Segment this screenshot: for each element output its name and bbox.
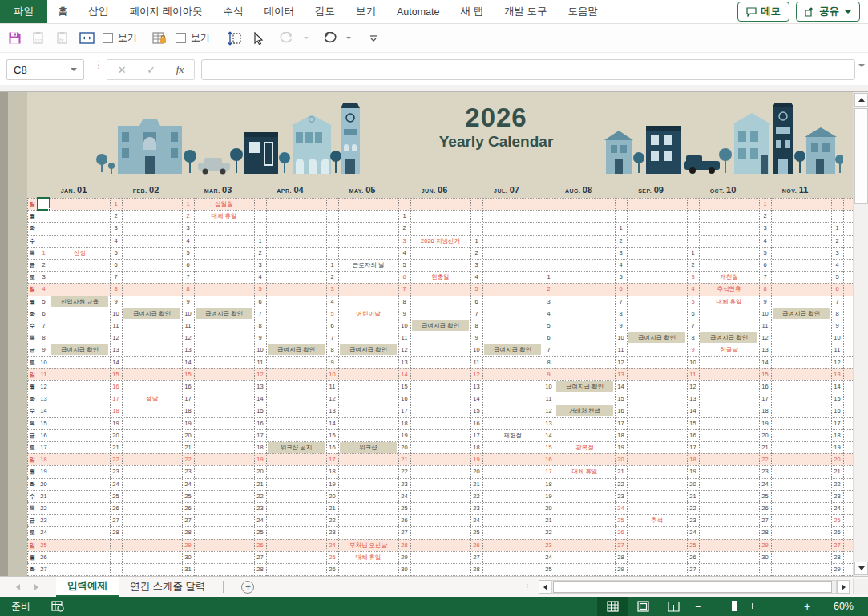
day-cell[interactable]: 5	[687, 296, 699, 308]
view-checkbox-1[interactable]	[103, 33, 113, 43]
day-cell[interactable]: 16	[615, 405, 627, 417]
dow-label[interactable]: 목	[27, 247, 38, 259]
day-cell[interactable]: 13	[398, 356, 410, 368]
formula-bar-expand-chevron[interactable]	[858, 64, 865, 67]
day-cell[interactable]: 21	[615, 465, 627, 477]
day-cell[interactable]: 26	[831, 526, 843, 538]
day-cell[interactable]: 1	[38, 247, 50, 259]
day-cell[interactable]: 24	[110, 478, 122, 490]
day-cell[interactable]: 6	[110, 259, 122, 271]
event-cell[interactable]: 2026 지방선거	[412, 236, 469, 246]
day-cell[interactable]: 12	[687, 380, 699, 393]
day-cell[interactable]: 25	[182, 490, 194, 502]
day-cell[interactable]: 7	[615, 296, 627, 308]
day-cell[interactable]: 22	[38, 502, 50, 514]
day-cell[interactable]: 23	[831, 490, 843, 502]
day-cell[interactable]: 23	[254, 502, 266, 514]
day-cell[interactable]: 3	[182, 222, 194, 234]
day-cell[interactable]: 12	[182, 332, 194, 344]
day-cell[interactable]: 7	[759, 271, 771, 283]
day-cell[interactable]: 5	[543, 320, 555, 332]
day-cell[interactable]: 1	[759, 198, 771, 210]
day-cell[interactable]: 13	[470, 380, 482, 393]
day-cell[interactable]: 23	[326, 526, 338, 538]
day-cell[interactable]: 22	[543, 526, 555, 538]
event-cell[interactable]: 현충일	[412, 272, 469, 282]
zoom-out-button[interactable]: −	[688, 600, 708, 613]
day-cell[interactable]: 13	[615, 368, 627, 380]
day-cell[interactable]: 17	[543, 465, 555, 477]
day-cell[interactable]: 26	[759, 502, 771, 514]
memo-button[interactable]: 메모	[737, 2, 789, 22]
day-cell[interactable]: 24	[38, 526, 50, 538]
ribbon-tab-3[interactable]: 수식	[212, 0, 253, 23]
day-cell[interactable]: 24	[254, 514, 266, 526]
day-cell[interactable]: 23	[182, 465, 194, 477]
day-cell[interactable]: 16	[326, 441, 338, 453]
day-cell[interactable]: 7	[38, 320, 50, 332]
day-cell[interactable]: 15	[254, 405, 266, 417]
day-cell[interactable]: 4	[615, 259, 627, 271]
share-button[interactable]: 공유	[796, 2, 860, 22]
day-cell[interactable]: 10	[398, 320, 410, 332]
event-cell[interactable]: 급여지급 확인	[700, 332, 757, 343]
day-cell[interactable]: 10	[326, 368, 338, 380]
event-cell[interactable]: 급여지급 확인	[340, 344, 397, 355]
day-cell[interactable]: 19	[687, 465, 699, 477]
day-cell[interactable]: 3	[615, 247, 627, 259]
dow-label[interactable]: 일	[27, 539, 38, 551]
day-cell[interactable]: 19	[615, 441, 627, 453]
insert-function-icon[interactable]: fx	[176, 63, 184, 76]
day-cell[interactable]: 3	[110, 222, 122, 234]
day-cell[interactable]: 1	[398, 210, 410, 222]
day-cell[interactable]: 15	[615, 393, 627, 405]
day-cell[interactable]: 11	[687, 368, 699, 380]
day-cell[interactable]: 3	[687, 271, 699, 283]
day-cell[interactable]: 31	[182, 563, 194, 575]
day-cell[interactable]: 12	[398, 344, 410, 356]
day-cell[interactable]: 5	[831, 271, 843, 283]
undo-dropdown-chevron[interactable]	[346, 37, 351, 39]
event-cell[interactable]: 개천절	[700, 272, 757, 282]
day-cell[interactable]: 5	[182, 247, 194, 259]
day-cell[interactable]: 28	[831, 551, 843, 563]
day-cell[interactable]: 1	[615, 222, 627, 234]
day-cell[interactable]: 16	[470, 417, 482, 429]
day-cell[interactable]: 16	[182, 380, 194, 393]
day-cell[interactable]: 26	[470, 539, 482, 551]
day-cell[interactable]: 2	[615, 235, 627, 247]
day-cell[interactable]: 20	[543, 502, 555, 514]
day-cell[interactable]: 10	[615, 332, 627, 344]
day-cell[interactable]: 17	[326, 453, 338, 465]
enter-icon[interactable]: ✓	[147, 64, 155, 76]
redo-icon[interactable]	[279, 30, 295, 46]
vertical-scrollbar[interactable]	[853, 92, 868, 576]
day-cell[interactable]: 5	[759, 247, 771, 259]
day-cell[interactable]: 15	[470, 405, 482, 417]
day-cell[interactable]: 20	[615, 453, 627, 465]
column-width-icon[interactable]	[79, 30, 95, 46]
day-cell[interactable]: 25	[470, 526, 482, 538]
day-cell[interactable]: 7	[470, 308, 482, 320]
day-cell[interactable]: 14	[38, 405, 50, 417]
day-cell[interactable]: 24	[182, 478, 194, 490]
normal-view-button[interactable]	[597, 597, 628, 616]
day-cell[interactable]: 8	[543, 356, 555, 368]
day-cell[interactable]: 1	[831, 222, 843, 234]
day-cell[interactable]: 9	[759, 296, 771, 308]
day-cell[interactable]: 18	[615, 429, 627, 441]
day-cell[interactable]: 18	[398, 417, 410, 429]
day-cell[interactable]: 2	[182, 210, 194, 222]
dow-label[interactable]: 수	[27, 490, 38, 502]
paste-formula-icon[interactable]: fx	[55, 30, 71, 46]
day-cell[interactable]: 28	[398, 539, 410, 551]
day-cell[interactable]: 20	[398, 441, 410, 453]
day-cell[interactable]: 14	[615, 380, 627, 393]
day-cell[interactable]: 11	[470, 356, 482, 368]
day-cell[interactable]: 17	[470, 429, 482, 441]
day-cell[interactable]: 19	[182, 417, 194, 429]
day-cell[interactable]: 7	[543, 344, 555, 356]
day-cell[interactable]: 23	[543, 539, 555, 551]
day-cell[interactable]: 10	[110, 308, 122, 320]
day-cell[interactable]: 13	[543, 417, 555, 429]
